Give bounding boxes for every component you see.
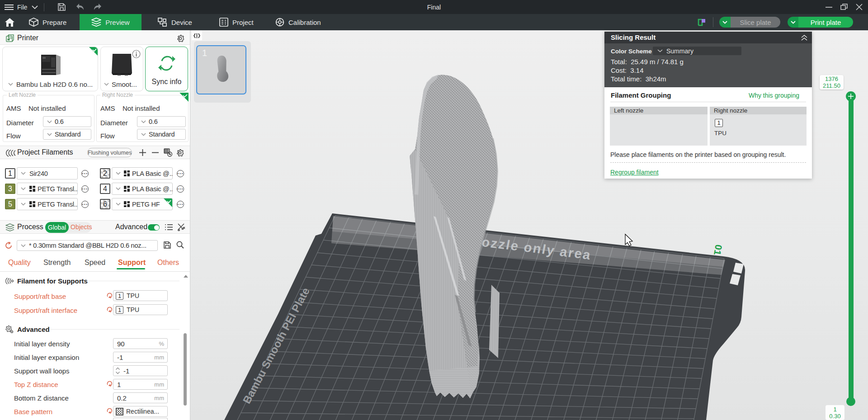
svg-text:01: 01 [712,244,724,256]
